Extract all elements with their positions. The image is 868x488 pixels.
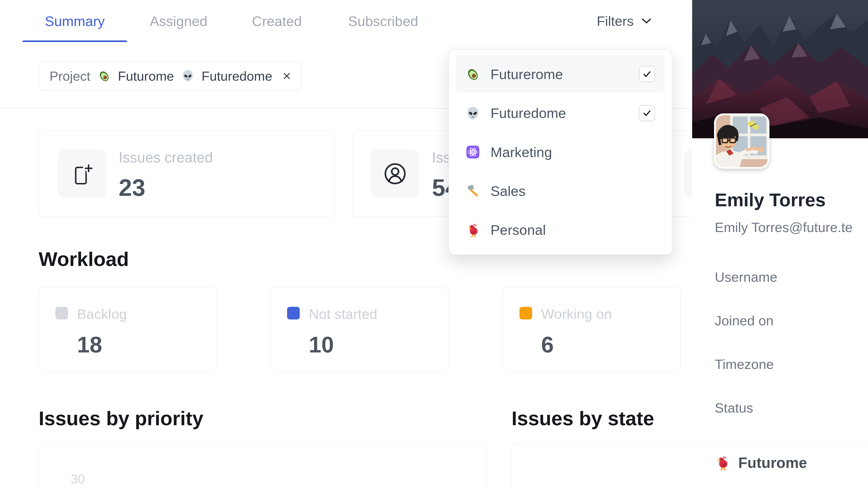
avatar-meme-image <box>716 115 768 167</box>
dropdown-item-label: Futuredome <box>491 105 566 121</box>
tab-summary[interactable]: Summary <box>23 0 127 42</box>
tab-bar: Summary Assigned Created Subscribed Filt… <box>0 0 692 42</box>
issues-created-card: Issues created 23 <box>39 131 334 217</box>
workload-heading: Workload <box>39 248 129 271</box>
user-circle-icon <box>371 149 419 198</box>
tab-assigned[interactable]: Assigned <box>138 0 219 42</box>
issues-by-state-heading: Issues by state <box>512 407 654 430</box>
bird-emoji <box>466 223 480 237</box>
working-on-card: Working on 6 <box>503 287 681 372</box>
field-label-status: Status <box>715 400 753 416</box>
stat-card-icon-box <box>684 149 692 198</box>
tab-created-label: Created <box>252 13 302 29</box>
working-on-color-square <box>520 307 532 320</box>
dropdown-item-label: Marketing <box>491 144 552 160</box>
issues-by-state-chart-card <box>512 444 692 488</box>
remove-filter-icon[interactable]: × <box>283 69 291 83</box>
workload-card-label: Not started <box>309 306 377 322</box>
profile-email: Emily Torres@future.te <box>715 220 852 235</box>
chip-project-name: Futurome <box>118 68 174 84</box>
dropdown-item-label: Personal <box>491 222 546 238</box>
axe-emoji <box>466 184 480 198</box>
avocado-emoji <box>466 67 480 81</box>
filter-category-label: Project <box>50 68 90 84</box>
checkbox-checked[interactable] <box>639 66 655 82</box>
field-label-username: Username <box>715 269 777 285</box>
tab-summary-label: Summary <box>45 13 105 29</box>
issues-by-priority-chart-card: 30 <box>39 444 487 488</box>
checkbox-checked[interactable] <box>639 105 655 121</box>
workload-card-label: Backlog <box>77 306 127 322</box>
stat-card-label: Issues created <box>119 149 213 166</box>
sidebar-project-name: Futurome <box>738 454 807 471</box>
workload-card-value: 18 <box>77 332 102 358</box>
atom-icon <box>466 145 480 159</box>
dropdown-item-futurerome[interactable]: Futurerome <box>456 56 665 93</box>
dropdown-item-marketing[interactable]: Marketing <box>456 133 665 170</box>
dropdown-item-sales[interactable]: Sales <box>456 172 665 209</box>
dropdown-item-label: Futurerome <box>491 66 563 82</box>
avatar[interactable] <box>714 113 770 169</box>
field-label-timezone: Timezone <box>715 357 774 372</box>
alien-emoji <box>181 69 194 83</box>
workload-card-value: 6 <box>541 332 554 358</box>
filters-button[interactable]: Filters <box>597 0 651 42</box>
sidebar-divider <box>699 443 868 444</box>
y-axis-tick: 30 <box>71 471 85 486</box>
tab-created[interactable]: Created <box>237 0 316 42</box>
tab-subscribed-label: Subscribed <box>348 13 418 29</box>
not-started-color-square <box>287 307 300 320</box>
chip-project-name: Futuredome <box>202 68 272 84</box>
workload-card-value: 10 <box>309 332 334 358</box>
avocado-emoji <box>98 69 111 83</box>
project-filter-dropdown: Futurerome Futuredome Marketing Sales Pe… <box>448 49 672 255</box>
bird-emoji <box>715 455 730 470</box>
tab-assigned-label: Assigned <box>150 13 207 29</box>
workload-card-label: Working on <box>541 306 612 322</box>
alien-emoji <box>466 106 480 121</box>
backlog-card: Backlog 18 <box>39 287 217 372</box>
dropdown-item-futuredome[interactable]: Futuredome <box>456 94 665 131</box>
filters-label: Filters <box>597 13 633 29</box>
profile-sidebar: Emily Torres Emily Torres@future.te User… <box>692 0 868 488</box>
backlog-color-square <box>55 307 68 320</box>
chevron-down-icon <box>642 18 651 24</box>
tab-subscribed[interactable]: Subscribed <box>332 0 434 42</box>
stat-card-value: 23 <box>119 174 145 201</box>
stat-card-label: Iss <box>432 149 451 166</box>
issues-by-priority-heading: Issues by priority <box>39 407 204 430</box>
dropdown-item-label: Sales <box>491 183 526 199</box>
sidebar-project-item[interactable]: Futurome <box>715 454 807 471</box>
not-started-card: Not started 10 <box>270 287 448 372</box>
project-filter-chip[interactable]: Project Futurome Futuredome × <box>39 61 302 90</box>
file-plus-icon <box>57 149 106 198</box>
dropdown-item-personal[interactable]: Personal <box>456 212 665 249</box>
profile-name: Emily Torres <box>715 189 826 210</box>
field-label-joined-on: Joined on <box>715 313 774 328</box>
